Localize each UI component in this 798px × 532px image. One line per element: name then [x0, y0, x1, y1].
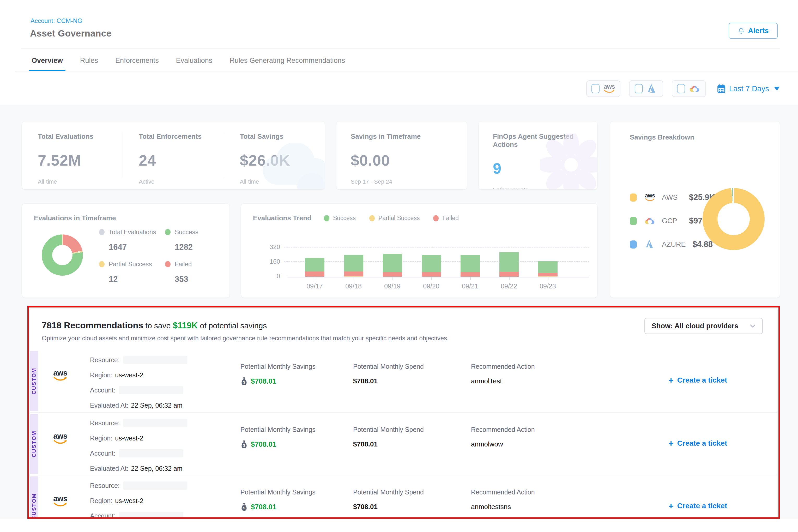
recommendation-row: CUSTOM aws Resource: Region:us-west-2 Ac…	[30, 350, 777, 412]
breadcrumb-account-link[interactable]: Account: CCM-NG	[31, 17, 82, 24]
stat-value: 24	[139, 152, 224, 169]
custom-tag: CUSTOM	[30, 351, 38, 411]
recommendation-row: CUSTOM aws Resource: Region:us-west-2 Ac…	[30, 475, 777, 519]
svg-text:$: $	[243, 506, 245, 510]
resource-details: Resource: Region:us-west-2 Account: Eval…	[90, 478, 187, 519]
caret-down-icon	[774, 87, 780, 91]
custom-tag: CUSTOM	[30, 476, 38, 519]
recommendations-count: 7818 Recommendations	[42, 320, 143, 330]
tab-overview[interactable]: Overview	[31, 51, 64, 72]
legend-dot	[433, 215, 439, 222]
trend-xtick-label: 09/18	[334, 282, 373, 290]
stat-total-savings: Total Savings $26.0K All-time	[224, 132, 325, 178]
recommended-action: Recommended Action anmolwow	[471, 426, 535, 448]
resource-details: Resource: Region:us-west-2 Account: Eval…	[90, 352, 187, 413]
evaluations-trend-chart: 016032009/1709/1809/1909/2009/2109/2209/…	[287, 239, 589, 278]
plus-icon: +	[668, 376, 673, 385]
legend-success: Success 1282	[165, 228, 198, 252]
provider-filter-azure[interactable]	[629, 80, 663, 97]
date-range-picker[interactable]: Last 7 Days	[717, 84, 780, 93]
azure-checkbox[interactable]	[635, 84, 643, 93]
potential-monthly-savings: Potential Monthly Savings $ $708.01	[241, 363, 316, 385]
trend-ytick-label: 160	[270, 258, 280, 265]
legend-dot	[165, 261, 171, 267]
stat-total-enforcements: Total Enforcements 24 Active	[122, 132, 224, 178]
trend-bar-09-19: 09/19	[373, 254, 412, 277]
alerts-button[interactable]: Alerts	[729, 23, 778, 39]
stat-caption: Sep 17 - Sep 24	[351, 178, 467, 185]
aws-logo-icon: aws	[53, 433, 68, 444]
recommendation-row: CUSTOM aws Resource: Region:us-west-2 Ac…	[30, 412, 777, 475]
stat-caption: All-time	[240, 178, 325, 185]
trend-bar-09-22: 09/22	[490, 252, 528, 277]
stat-value: $26.0K	[240, 152, 325, 169]
date-range-label: Last 7 Days	[729, 84, 769, 93]
gcp-checkbox[interactable]	[677, 84, 685, 93]
cloud-provider-filter-dropdown[interactable]: Show: All cloud providers	[644, 318, 763, 334]
potential-monthly-spend: Potential Monthly Spend $708.01	[353, 489, 424, 511]
tab-rules[interactable]: Rules	[79, 51, 99, 72]
evaluations-in-timeframe-card: Evaluations in Timeframe Total Evaluatio…	[22, 204, 229, 298]
legend-partial-success: Partial Success 12	[99, 261, 152, 284]
legend-dot	[99, 229, 104, 235]
page-header: Account: CCM-NG Asset Governance Alerts	[0, 0, 798, 49]
trend-bar-09-17: 09/17	[295, 258, 334, 277]
page-bottom-gap	[0, 519, 798, 532]
trend-ytick-label: 320	[270, 243, 280, 251]
money-bag-icon: $	[241, 503, 248, 511]
stat-value: 7.52M	[38, 152, 122, 169]
tab-enforcements[interactable]: Enforcements	[114, 51, 160, 72]
create-ticket-button[interactable]: + Create a ticket	[668, 376, 727, 385]
redacted-account	[119, 449, 183, 457]
custom-tag: CUSTOM	[30, 414, 38, 474]
plus-icon: +	[668, 439, 673, 448]
provider-filter-gcp[interactable]	[672, 80, 706, 97]
recommendations-list: CUSTOM aws Resource: Region:us-west-2 Ac…	[30, 350, 777, 519]
stat-caption: Enforcements	[493, 187, 597, 189]
recommendations-subtitle: Optimize your cloud assets and minimize …	[42, 335, 777, 342]
trend-legend: Success Partial Success Failed	[324, 215, 459, 222]
redacted-resource	[124, 481, 187, 490]
trend-xtick-label: 09/19	[373, 282, 412, 290]
gcp-logo-icon	[644, 216, 656, 225]
tab-rules-generating-recommendations[interactable]: Rules Generating Recommendations	[228, 51, 346, 72]
aws-checkbox[interactable]	[591, 84, 600, 93]
aws-logo-icon: aws	[53, 496, 68, 507]
redacted-account	[119, 386, 183, 394]
stat-caption: All-time	[38, 178, 122, 185]
savings-in-timeframe-card: Savings in Timeframe $0.00 Sep 17 - Sep …	[337, 121, 467, 189]
trend-plot: 016032009/1709/1809/1909/2009/2109/2209/…	[287, 239, 589, 278]
chevron-down-icon	[750, 324, 756, 328]
provider-filter-aws[interactable]: aws	[586, 80, 621, 97]
evaluations-trend-card: Evaluations Trend Success Partial Succes…	[241, 204, 597, 298]
recommended-action: Recommended Action anmolTest	[471, 363, 535, 385]
legend-total-evaluations: Total Evaluations 1647	[99, 228, 156, 252]
create-ticket-button[interactable]: + Create a ticket	[668, 501, 727, 510]
annotation-red-box: 7818 Recommendations to save $119K of po…	[27, 306, 780, 519]
stat-caption: Active	[139, 178, 224, 185]
plus-icon: +	[668, 501, 673, 510]
savings-donut	[703, 188, 765, 250]
stat-total-evaluations: Total Evaluations 7.52M All-time	[22, 132, 122, 178]
legend-dot	[99, 261, 104, 267]
tab-evaluations[interactable]: Evaluations	[175, 51, 214, 72]
trend-bar-09-18: 09/18	[334, 255, 373, 277]
bell-icon	[738, 27, 745, 34]
potential-monthly-spend: Potential Monthly Spend $708.01	[353, 426, 424, 448]
trend-bar-09-23: 09/23	[528, 261, 567, 277]
trend-xtick-label: 09/20	[412, 282, 451, 290]
summary-stats-card: Total Evaluations 7.52M All-time Total E…	[22, 121, 325, 189]
create-ticket-button[interactable]: + Create a ticket	[668, 439, 727, 448]
recommended-action: Recommended Action anmoltestsns	[471, 489, 535, 511]
recommendations-card: 7818 Recommendations to save $119K of po…	[30, 309, 777, 519]
potential-savings-amount: $119K	[173, 321, 198, 330]
calendar-icon	[717, 84, 726, 93]
redacted-resource	[124, 419, 187, 427]
trend-bar-09-20: 09/20	[412, 255, 451, 277]
svg-text:$: $	[243, 443, 245, 448]
potential-monthly-savings: Potential Monthly Savings $ $708.01	[241, 489, 316, 511]
stat-value: 9	[493, 159, 597, 177]
legend-dot	[369, 215, 375, 222]
resource-details: Resource: Region:us-west-2 Account: Eval…	[90, 415, 187, 476]
legend-dot	[165, 229, 171, 235]
